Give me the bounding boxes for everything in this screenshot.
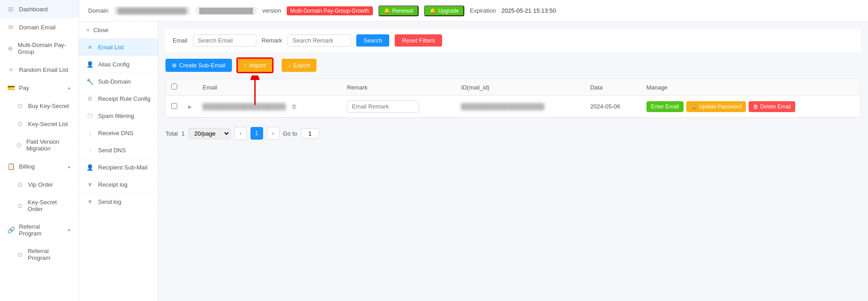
goto-label: Go to <box>283 130 297 137</box>
goto-input[interactable] <box>301 128 319 139</box>
referral2-icon: ⊙ <box>16 251 23 258</box>
upgrade-button[interactable]: 🔔 Upgrade <box>424 5 464 16</box>
search-button[interactable]: Search <box>356 34 389 47</box>
nav-alias-config[interactable]: 👤 Alias Config <box>79 56 158 73</box>
sidebar-label-referral: Referral Program <box>19 223 62 237</box>
row-checkbox-cell <box>166 96 183 118</box>
select-all-checkbox[interactable] <box>171 84 177 89</box>
header-id: ID(mail_id) <box>456 79 585 96</box>
lock-icon: 🔒 <box>691 103 698 110</box>
email-list-icon: ≡ <box>86 44 94 51</box>
billing-chevron-icon: ▲ <box>67 164 71 169</box>
receive-dns-icon: ↓ <box>86 130 94 136</box>
nav-send-dns[interactable]: ↑ Send DNS <box>79 142 158 159</box>
row-email: ████████████████████ 🗑 <box>197 96 341 118</box>
upgrade-label: Upgrade <box>438 8 459 14</box>
receipt-log-label: Receipt log <box>98 181 127 188</box>
sidebar-item-referral[interactable]: 🔗 Referral Program ▼ <box>0 218 79 242</box>
close-label: Close <box>94 27 108 33</box>
sidebar-item-key-order[interactable]: ⊙ Key-Secret Order <box>0 193 79 218</box>
dashboard-icon: ⊞ <box>7 5 14 13</box>
nav-spam-filter[interactable]: 🛡 Spam filtering <box>79 108 158 125</box>
migration-icon: ⊙ <box>16 141 22 149</box>
version-label: version <box>262 7 281 14</box>
page-1-button[interactable]: 1 <box>250 127 263 140</box>
sidebar-item-buy-key[interactable]: ⊙ Buy Key-Secret <box>0 97 79 115</box>
row-date: 2024-05-06 <box>585 96 641 118</box>
header-checkbox-cell <box>166 79 183 96</box>
create-sub-email-button[interactable]: ⊕ Create Sub-Email <box>165 59 232 72</box>
close-icon: ≡ <box>86 27 90 33</box>
pagination: Total 1 20/page 10/page 50/page 100/page… <box>165 123 861 143</box>
prev-page-button[interactable]: ‹ <box>234 127 247 140</box>
delete-row-icon[interactable]: 🗑 <box>291 103 297 110</box>
subdomain-icon: 🔧 <box>86 78 94 85</box>
sidebar-item-dashboard[interactable]: ⊞ Dashboard <box>0 0 79 18</box>
nav-sub-domain[interactable]: 🔧 Sub-Domain <box>79 73 158 90</box>
nav-recipient-sub[interactable]: 👤 Recipient Sub-Mail <box>79 159 158 176</box>
sidebar-item-pay[interactable]: 💳 Pay ▲ <box>0 79 79 97</box>
upload-icon: ↑ <box>244 62 247 69</box>
header-manage: Manage <box>641 79 860 96</box>
receipt-rule-icon: ⚙ <box>86 95 94 102</box>
email-table: Email Remark ID(mail_id) Data Manage <box>165 79 861 118</box>
page-size-select[interactable]: 20/page 10/page 50/page 100/page <box>189 128 231 139</box>
update-pw-label: Update Password <box>699 103 742 110</box>
row-expand-cell: ▶ <box>183 96 197 118</box>
export-button[interactable]: ↓ Export <box>282 59 316 72</box>
renewal-label: Renewal <box>392 8 414 14</box>
trash-icon: 🗑 <box>753 103 759 110</box>
email-search-input[interactable] <box>193 34 256 47</box>
sidebar-item-random-email[interactable]: ≡ Random Email List <box>0 61 79 79</box>
expand-icon[interactable]: ▶ <box>188 104 192 109</box>
sidebar-item-paid-migration[interactable]: ⊙ Paid Version Migration <box>0 133 79 157</box>
right-panel: Email Remark Search Reset Filters ⊕ Crea… <box>158 22 868 301</box>
nav-receipt-log[interactable]: ▼ Receipt log <box>79 176 158 193</box>
subdomain-label: Sub-Domain <box>98 78 131 85</box>
remark-input[interactable] <box>347 100 419 113</box>
alias-icon: 👤 <box>86 61 94 68</box>
nav-email-list[interactable]: ≡ Email List <box>79 39 158 56</box>
row-checkbox[interactable] <box>171 103 177 109</box>
nav-receipt-rule[interactable]: ⚙ Receipt Rule Config <box>79 90 158 108</box>
sidebar-label-domain-email: Domain Email <box>19 24 56 31</box>
sidebar-item-key-list[interactable]: ⊙ Key-Secret List <box>0 115 79 133</box>
sidebar-item-multi-domain[interactable]: ⊕ Multi-Domain Pay-Group <box>0 36 79 61</box>
next-page-button[interactable]: › <box>267 127 279 140</box>
recipient-label: Recipient Sub-Mail <box>98 164 147 171</box>
sidebar-item-domain-email[interactable]: ✉ Domain Email <box>0 18 79 36</box>
recipient-icon: 👤 <box>86 164 94 171</box>
data-table: Email Remark ID(mail_id) Data Manage <box>166 79 860 118</box>
upgrade-icon: 🔔 <box>429 8 436 14</box>
enter-email-button[interactable]: Enter Email <box>646 101 684 112</box>
action-bar: ⊕ Create Sub-Email ↑ Import <box>165 57 861 73</box>
expiration-value: 2025-05-21 15:13:50 <box>501 7 556 14</box>
renewal-icon: 🔔 <box>384 8 391 14</box>
pay-left: 💳 Pay <box>7 84 29 91</box>
sidebar-label-multi-domain: Multi-Domain Pay-Group <box>18 42 71 55</box>
vip-icon: ⊙ <box>16 181 24 188</box>
sidebar-label-billing: Billing <box>19 163 35 170</box>
sidebar-item-billing[interactable]: 📋 Billing ▲ <box>0 157 79 175</box>
list-icon: ≡ <box>7 66 14 73</box>
nav-close[interactable]: ≡ Close <box>79 22 158 39</box>
filter-bar: Email Remark Search Reset Filters <box>165 29 861 52</box>
row-manage: Enter Email 🔒 Update Password 🗑 Delete E… <box>641 96 860 118</box>
multi-domain-badge: Multi-Domain Pay-Group-Growth <box>287 6 373 15</box>
renewal-button[interactable]: 🔔 Renewal <box>378 5 419 16</box>
sidebar-item-referral2[interactable]: ⊙ Referral Program <box>0 242 79 267</box>
billing-icon: 📋 <box>7 163 14 170</box>
sidebar-item-vip-order[interactable]: ⊙ Vip Order <box>0 175 79 193</box>
update-password-button[interactable]: 🔒 Update Password <box>686 101 746 112</box>
delete-email-button[interactable]: 🗑 Delete Email <box>749 101 795 112</box>
import-button[interactable]: ↑ Import <box>236 57 274 73</box>
reset-button[interactable]: Reset Filters <box>395 34 442 47</box>
referral-chevron-icon: ▼ <box>67 228 71 233</box>
nav-receive-dns[interactable]: ↓ Receive DNS <box>79 125 158 142</box>
sidebar-label-paid-migration: Paid Version Migration <box>26 138 71 152</box>
email-filter-label: Email <box>173 37 188 44</box>
remark-search-input[interactable] <box>288 34 351 47</box>
spam-icon: 🛡 <box>86 113 94 119</box>
remark-filter-label: Remark <box>262 37 283 44</box>
nav-send-log[interactable]: ▼ Send log <box>79 193 158 211</box>
